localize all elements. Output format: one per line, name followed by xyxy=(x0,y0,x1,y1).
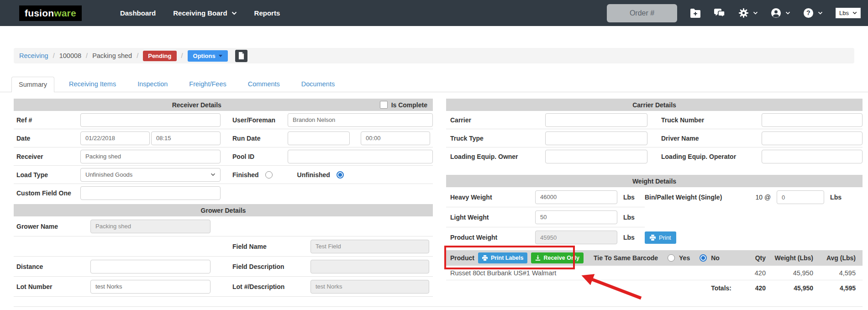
section-title: Carrier Details xyxy=(446,101,863,109)
field-name-label: Field Name xyxy=(232,243,310,250)
heavy-weight-group: Heavy Weight Lbs xyxy=(446,187,645,207)
nav-item-label: Receiving Board xyxy=(173,9,227,17)
run-time-input[interactable] xyxy=(361,131,430,145)
user-foreman-input[interactable] xyxy=(288,113,433,127)
print-labels-button[interactable]: Print Labels xyxy=(478,252,528,263)
nav-item-dashboard[interactable]: Dashboard xyxy=(120,9,156,17)
nav-item-reports[interactable]: Reports xyxy=(254,9,280,17)
gear-icon xyxy=(738,8,749,18)
load-type-select[interactable]: Unfinished Goods xyxy=(80,168,221,182)
totals-qty: 420 xyxy=(731,284,766,292)
nav-item-label: Reports xyxy=(254,9,280,17)
ref-input[interactable] xyxy=(80,113,221,127)
finished-radio-group: Finished Unfinished xyxy=(232,171,433,179)
tie-yes-radio[interactable] xyxy=(668,254,675,262)
carrier-input[interactable] xyxy=(545,113,647,127)
unfinished-label: Unfinished xyxy=(297,171,330,179)
folder-plus-icon xyxy=(690,8,701,18)
tab-inspection[interactable]: Inspection xyxy=(131,77,174,92)
document-icon xyxy=(238,52,244,59)
unfinished-radio[interactable] xyxy=(337,171,344,179)
breadcrumb-receiving-link[interactable]: Receiving xyxy=(19,52,48,59)
status-badge: Pending xyxy=(143,51,176,61)
comments-icon xyxy=(714,8,726,18)
distance-input[interactable] xyxy=(90,260,210,273)
loading-equip-owner-input[interactable] xyxy=(545,150,647,163)
help-menu[interactable]: ? xyxy=(803,8,823,18)
date-input[interactable] xyxy=(80,131,150,145)
navbar-right: ? Lbs xyxy=(607,4,861,22)
print-button[interactable]: Print xyxy=(645,231,676,244)
truck-number-label: Truck Number xyxy=(647,116,762,124)
loading-equip-owner-label: Loading Equip. Owner xyxy=(450,153,545,160)
chevron-down-icon xyxy=(852,11,857,15)
print-labels-label: Print Labels xyxy=(491,255,524,261)
receive-only-button[interactable]: Receive Only xyxy=(531,252,584,263)
receiver-input[interactable] xyxy=(80,150,221,163)
tab-freight-fees[interactable]: Freight/Fees xyxy=(182,77,233,92)
lot-number-input[interactable] xyxy=(90,280,210,294)
product-weight-input xyxy=(535,231,617,244)
product-table-header: Product Print Labels Receive Only Tie To… xyxy=(446,250,863,266)
tab-summary[interactable]: Summary xyxy=(11,77,54,92)
nav-item-receiving-board[interactable]: Receiving Board xyxy=(173,9,237,17)
tie-no-radio[interactable] xyxy=(700,254,707,262)
truck-number-input[interactable] xyxy=(762,113,863,127)
options-dropdown-button[interactable]: Options xyxy=(188,50,228,62)
field-name-input xyxy=(310,240,429,253)
time-input[interactable] xyxy=(151,131,221,145)
form-row: Load Type Unfinished Goods Finished Unfi… xyxy=(14,166,433,184)
breadcrumb: Receiving / 100008 / Packing shed / Pend… xyxy=(14,48,854,63)
truck-type-input[interactable] xyxy=(545,131,647,145)
unit-label: Lbs xyxy=(830,194,842,201)
order-number-input[interactable] xyxy=(607,4,677,22)
breadcrumb-location: Packing shed xyxy=(92,52,132,59)
carrier-details-header: Carrier Details xyxy=(446,99,863,111)
form-row: Ref # User/Foreman xyxy=(14,111,433,129)
breadcrumb-separator: / xyxy=(137,52,138,59)
messages-button[interactable] xyxy=(714,8,726,18)
custom-field-one-label: Custom Field One xyxy=(16,189,80,197)
tab-documents[interactable]: Documents xyxy=(295,77,342,92)
totals-label: Totals: xyxy=(446,284,731,292)
is-complete-checkbox[interactable] xyxy=(380,101,388,109)
pool-id-label: Pool ID xyxy=(232,153,288,160)
is-complete-label: Is Complete xyxy=(391,101,427,109)
chevron-down-icon xyxy=(210,173,216,176)
form-row: Product Weight Lbs Print xyxy=(446,227,863,247)
light-weight-input[interactable] xyxy=(535,210,617,224)
product-weight: 45,950 xyxy=(766,269,813,277)
form-row: Field Name xyxy=(14,236,433,257)
run-date-input[interactable] xyxy=(288,131,350,145)
download-icon xyxy=(535,255,541,261)
loading-equip-operator-input[interactable] xyxy=(762,150,863,163)
totals-avg: 4,595 xyxy=(813,284,856,292)
product-name: Russet 80ct Burbank US#1 Walmart xyxy=(446,269,731,277)
finished-radio[interactable] xyxy=(265,171,273,179)
unit-label: Lbs xyxy=(617,234,645,241)
form-row: Receiver Pool ID xyxy=(14,147,433,166)
date-label: Date xyxy=(16,135,80,142)
page-divider xyxy=(14,306,863,307)
breadcrumb-separator: / xyxy=(53,52,55,59)
settings-menu[interactable] xyxy=(738,8,758,18)
heavy-weight-input[interactable] xyxy=(535,190,617,204)
driver-name-input[interactable] xyxy=(762,131,863,145)
pool-id-input[interactable] xyxy=(288,150,433,163)
document-button[interactable] xyxy=(235,50,247,62)
bin-pallet-input[interactable] xyxy=(777,190,824,204)
form-row: Loading Equip. Owner Loading Equip. Oper… xyxy=(446,147,863,166)
avg-column-header: Avg (Lbs) xyxy=(813,254,856,262)
weight-details-header: Weight Details xyxy=(446,175,863,187)
lot-description-label: Lot #/Description xyxy=(232,283,310,290)
new-order-button[interactable] xyxy=(690,8,701,18)
account-menu[interactable] xyxy=(771,8,790,18)
section-title: Receiver Details xyxy=(14,101,380,109)
tab-comments[interactable]: Comments xyxy=(241,77,287,92)
section-title: Weight Details xyxy=(446,178,863,185)
print-group: Print xyxy=(645,227,863,247)
custom-field-one-input[interactable] xyxy=(80,186,221,200)
unit-select[interactable]: Lbs xyxy=(836,8,861,18)
tab-receiving-items[interactable]: Receiving Items xyxy=(62,77,123,92)
brand-logo[interactable]: fusionware xyxy=(19,5,82,21)
